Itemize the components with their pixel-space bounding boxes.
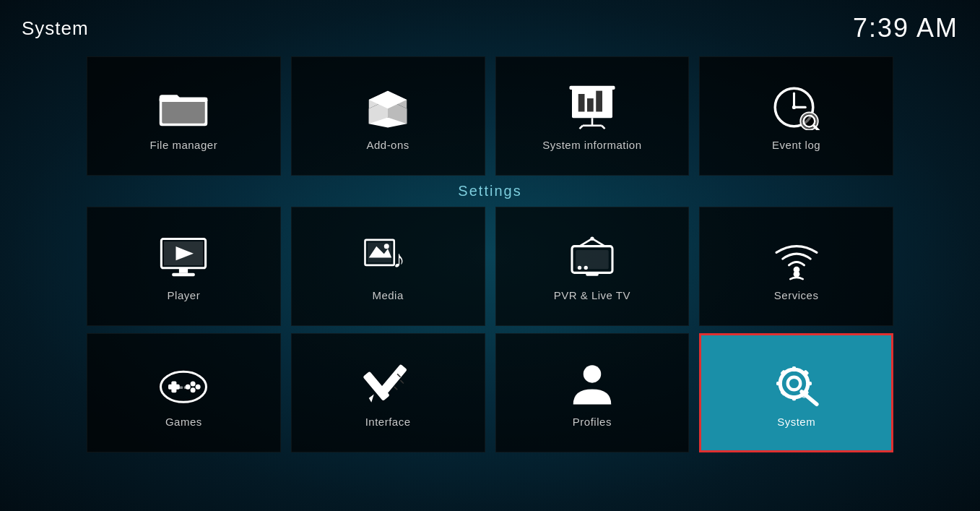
svg-point-58	[787, 377, 800, 390]
tile-event-log-label: Event log	[772, 139, 820, 151]
svg-line-31	[579, 239, 592, 246]
tile-profiles[interactable]: Profiles	[495, 333, 690, 452]
svg-rect-62	[807, 381, 812, 385]
main-content: File manager	[0, 56, 980, 452]
svg-point-56	[584, 365, 602, 383]
svg-point-37	[584, 265, 588, 269]
svg-point-40	[793, 270, 799, 277]
eventlog-icon	[768, 81, 825, 132]
tile-services[interactable]: Services	[699, 207, 893, 326]
interface-icon	[359, 358, 417, 408]
pvr-icon	[563, 231, 621, 282]
svg-rect-52	[377, 364, 407, 398]
tile-interface-label: Interface	[365, 416, 411, 428]
tile-profiles-label: Profiles	[573, 416, 612, 428]
svg-line-54	[401, 380, 404, 383]
tile-file-manager-label: File manager	[150, 139, 218, 151]
page-title: System	[22, 17, 89, 40]
svg-rect-4	[578, 94, 585, 112]
tile-system[interactable]: System	[699, 333, 893, 452]
svg-marker-51	[369, 394, 374, 402]
tile-games-label: Games	[165, 416, 202, 428]
svg-rect-49	[184, 386, 188, 389]
svg-rect-61	[776, 381, 781, 385]
settings-row-1: Player ♪ Media	[87, 207, 893, 326]
svg-rect-1	[162, 100, 206, 123]
svg-rect-35	[576, 249, 609, 268]
games-icon	[155, 358, 212, 408]
svg-rect-38	[586, 272, 599, 275]
folder-icon	[155, 81, 212, 132]
svg-point-29	[384, 244, 389, 249]
tile-player-label: Player	[168, 289, 201, 301]
svg-rect-6	[596, 90, 602, 111]
tile-system-information[interactable]: System information	[495, 56, 690, 176]
tile-system-information-label: System information	[542, 139, 641, 151]
svg-rect-43	[172, 381, 177, 392]
addons-icon	[359, 81, 417, 132]
tile-games[interactable]: Games	[87, 333, 281, 452]
svg-point-45	[196, 384, 201, 389]
player-icon	[155, 231, 212, 282]
svg-rect-59	[792, 366, 796, 371]
svg-point-68	[800, 390, 808, 398]
services-icon	[768, 231, 825, 282]
svg-rect-2	[160, 97, 208, 101]
svg-rect-11	[569, 85, 615, 89]
svg-line-9	[579, 125, 582, 128]
tile-event-log[interactable]: Event log	[699, 56, 893, 176]
svg-point-44	[191, 381, 196, 386]
settings-label: Settings	[87, 183, 893, 199]
system-icon	[768, 358, 825, 408]
tile-pvr[interactable]: PVR & Live TV	[495, 207, 690, 326]
tile-file-manager[interactable]: File manager	[87, 56, 281, 176]
tile-media[interactable]: ♪ Media	[291, 207, 485, 326]
settings-row-2: Games Interface	[87, 333, 893, 452]
tile-services-label: Services	[774, 289, 819, 301]
tile-media-label: Media	[372, 289, 403, 301]
svg-point-36	[578, 265, 581, 269]
media-icon: ♪	[359, 231, 417, 282]
svg-line-55	[394, 386, 397, 389]
svg-rect-25	[173, 272, 196, 275]
clock: 7:39 AM	[853, 13, 958, 43]
top-row: File manager	[87, 56, 893, 176]
tile-player[interactable]: Player	[87, 207, 281, 326]
svg-rect-5	[587, 98, 594, 111]
svg-point-46	[191, 387, 196, 392]
svg-line-10	[602, 125, 604, 128]
header: System 7:39 AM	[0, 0, 980, 56]
svg-rect-60	[792, 395, 796, 400]
svg-line-32	[592, 239, 605, 246]
tile-system-label: System	[777, 416, 815, 428]
tile-pvr-label: PVR & Live TV	[554, 289, 630, 301]
profiles-icon	[563, 358, 621, 408]
sysinfo-icon	[563, 81, 621, 132]
svg-point-33	[590, 236, 594, 240]
tile-add-ons-label: Add-ons	[366, 139, 409, 151]
tile-interface[interactable]: Interface	[291, 333, 485, 452]
tile-add-ons[interactable]: Add-ons	[291, 56, 485, 176]
svg-text:♪: ♪	[393, 246, 405, 272]
svg-rect-24	[179, 267, 188, 272]
svg-rect-48	[179, 386, 183, 389]
